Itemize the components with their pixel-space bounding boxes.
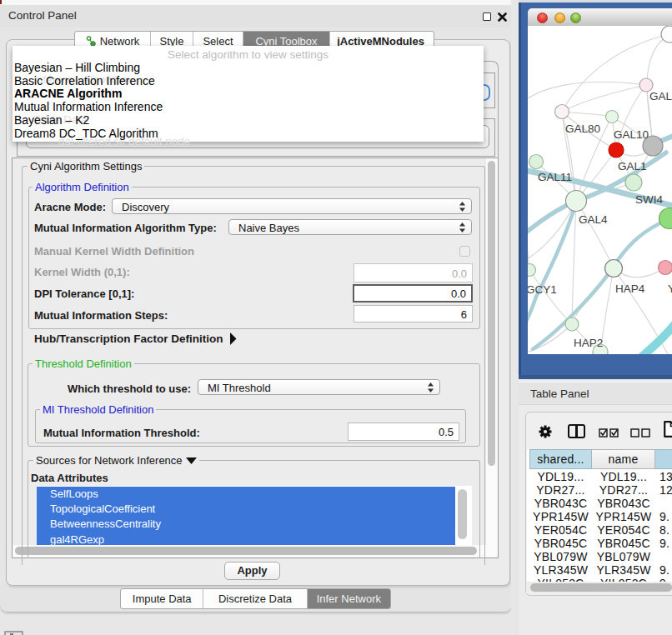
svg-text:HAP2: HAP2 <box>574 337 603 349</box>
svg-text:HAP4: HAP4 <box>615 282 645 295</box>
svg-text:GAL7: GAL7 <box>649 90 672 102</box>
svg-text:GAL10: GAL10 <box>614 128 649 141</box>
svg-text:GCY1: GCY1 <box>528 283 557 296</box>
svg-text:GAL80: GAL80 <box>565 122 600 135</box>
svg-text:GAL11: GAL11 <box>538 171 572 183</box>
svg-text:GAL1: GAL1 <box>618 160 647 172</box>
svg-text:SWI4: SWI4 <box>635 193 663 206</box>
svg-text:GAL4: GAL4 <box>579 213 608 226</box>
svg-text:Y: Y <box>668 282 672 295</box>
